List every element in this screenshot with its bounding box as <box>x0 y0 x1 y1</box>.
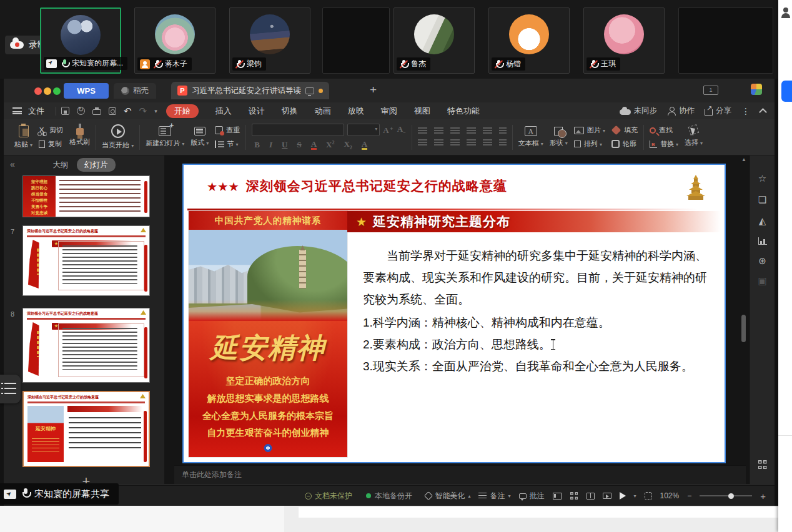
window-layout-icon[interactable]: 1 <box>703 86 718 95</box>
collapse-ribbon-icon[interactable] <box>759 108 767 116</box>
tab-special-features[interactable]: 特色功能 <box>447 106 480 117</box>
underline-button[interactable]: U <box>282 140 287 150</box>
sync-status[interactable]: 未同步 <box>620 106 658 116</box>
justify-icon[interactable] <box>467 139 476 147</box>
tab-outline[interactable]: 大纲 <box>52 160 68 170</box>
select-button[interactable]: 选择 ▾ <box>685 122 703 152</box>
chevron-down-icon[interactable]: ▾ <box>154 108 157 114</box>
zoom-out-button[interactable]: − <box>687 491 691 500</box>
tab-start-active[interactable]: 开始 <box>166 104 199 118</box>
print-icon[interactable] <box>92 109 101 115</box>
bold-button[interactable]: B <box>254 140 260 150</box>
save-icon[interactable] <box>61 107 69 115</box>
collaborate-button[interactable]: 协作 <box>667 106 695 116</box>
notes-toggle-button[interactable]: 备注▾ <box>478 491 510 501</box>
export-icon[interactable] <box>77 107 85 115</box>
normal-view-button[interactable] <box>553 493 562 500</box>
scroll-up-icon[interactable]: ▲ <box>741 157 746 162</box>
tab-review[interactable]: 审阅 <box>381 106 397 117</box>
notes-bar[interactable]: 单击此处添加备注 <box>174 465 746 484</box>
close-button[interactable] <box>34 87 42 95</box>
hamburger-icon[interactable] <box>12 107 22 114</box>
increase-indent-icon[interactable] <box>467 127 476 135</box>
zoom-slider[interactable] <box>700 495 752 496</box>
tab-design[interactable]: 设计 <box>249 106 265 117</box>
undo-icon[interactable]: ↶ <box>124 106 132 117</box>
font-color-button[interactable]: A <box>311 140 317 150</box>
text-direction-icon[interactable] <box>499 127 507 135</box>
local-backup-status[interactable]: 本地备份开 <box>366 491 412 501</box>
zoom-level[interactable]: 102% <box>660 491 680 500</box>
font-size-input[interactable] <box>347 124 380 136</box>
line-spacing-icon[interactable] <box>483 127 492 135</box>
tab-docer[interactable]: 稻壳 <box>114 83 156 99</box>
smart-beautify-button[interactable]: 智能美化▴ <box>425 491 470 501</box>
video-tile[interactable]: 王琪 <box>583 7 665 74</box>
share-button[interactable]: 分享 <box>705 106 731 116</box>
skin-theme-icon[interactable] <box>751 84 762 95</box>
arrange-button[interactable]: 排列 ▾ <box>574 139 605 149</box>
columns-icon[interactable] <box>499 139 507 147</box>
strikethrough-button[interactable]: S <box>297 140 301 150</box>
new-tab-button[interactable]: + <box>370 82 377 97</box>
highlight-button[interactable]: A <box>362 140 367 150</box>
picture-button[interactable]: 图片 ▾ <box>574 126 605 135</box>
slide-sorter-view-button[interactable] <box>570 492 578 500</box>
screen-share-banner[interactable]: 宋知寰的屏幕共享 <box>0 483 119 505</box>
align-right-icon[interactable] <box>450 139 460 147</box>
textbox-button[interactable]: A 文本框 ▾ <box>518 122 543 152</box>
play-options-icon[interactable]: ▾ <box>634 493 636 499</box>
video-tile-camera-off[interactable] <box>322 7 390 74</box>
yanan-spirit-poster[interactable]: 中国共产党人的精神谱系 延安精神 坚定正确的政治方向 解放思想实事求是的思想路线 <box>189 211 347 457</box>
slide-body-text[interactable]: 当前学界对于延安精神的研究多集中于延安精神的科学内涵、要素构成、现实关系和作风建… <box>363 245 716 377</box>
zoom-in-button[interactable]: + <box>760 491 766 501</box>
video-tile-camera-off[interactable] <box>678 7 773 74</box>
decrease-indent-icon[interactable] <box>450 127 460 135</box>
tab-document-active[interactable]: P 习近平总书记延安之行讲话导读 <box>171 82 329 99</box>
italic-button[interactable]: I <box>269 140 272 150</box>
comments-button[interactable]: 批注 <box>519 491 545 501</box>
redo-icon[interactable]: ↷ <box>139 106 147 117</box>
tab-transition[interactable]: 切换 <box>282 106 298 117</box>
slide-canvas[interactable]: ★★★深刻领会习近平总书记延安之行的战略意蕴 <box>182 164 726 463</box>
tab-insert[interactable]: 插入 <box>215 106 232 117</box>
fit-to-window-icon[interactable] <box>645 492 652 500</box>
play-button[interactable] <box>620 492 626 500</box>
align-left-icon[interactable] <box>418 139 427 147</box>
maximize-button[interactable] <box>53 87 61 95</box>
video-tile[interactable]: 杨锴 <box>488 7 570 74</box>
find-button[interactable]: 查找 <box>650 126 678 135</box>
tab-view[interactable]: 视图 <box>414 106 430 117</box>
tab-slideshow[interactable]: 放映 <box>348 106 364 117</box>
grid-view-icon[interactable] <box>758 460 767 469</box>
copy-button[interactable]: 复制 <box>39 139 63 149</box>
thumbnail-slide-6[interactable]: 坚守理想 践行初心 担当使命 不怕牺牲 英勇斗争 对党忠诚 不负人民 <box>22 175 150 217</box>
paste-button[interactable]: 粘贴 ▾ <box>14 122 32 152</box>
reading-view-button[interactable] <box>587 493 595 500</box>
meeting-toolbar-handle[interactable] <box>0 375 21 403</box>
resources-icon[interactable]: ◭ <box>759 215 766 227</box>
tab-animation[interactable]: 动画 <box>315 106 331 117</box>
tab-slides-active[interactable]: 幻灯片 <box>77 158 116 172</box>
collapse-panel-button[interactable]: « <box>10 159 15 169</box>
layout-button[interactable]: 版式 ▾ <box>191 122 209 152</box>
check-duplicate-button[interactable]: 查重 <box>215 126 240 135</box>
cut-button[interactable]: 剪切 <box>39 126 63 135</box>
align-center-icon[interactable] <box>434 139 443 147</box>
video-tile[interactable]: 蒋木子 <box>134 7 215 74</box>
bullet-list-icon[interactable] <box>418 127 427 135</box>
new-slide-button[interactable]: 新建幻灯片 ▾ <box>146 122 184 152</box>
copy-design-icon[interactable]: ❏ <box>758 194 766 205</box>
format-painter-button[interactable]: 格式刷 <box>69 122 90 152</box>
video-tile[interactable]: 鲁杰 <box>394 7 475 74</box>
wps-home-button[interactable]: WPS <box>64 83 109 99</box>
superscript-button[interactable]: X2 <box>326 140 334 150</box>
replace-button[interactable]: B 替换 ▾ <box>650 139 678 149</box>
participants-icon[interactable] <box>781 7 791 19</box>
download-center-icon[interactable]: ⊛ <box>758 255 766 267</box>
minimize-button[interactable] <box>44 87 51 95</box>
numbered-list-icon[interactable] <box>434 127 443 135</box>
video-tile-sharer[interactable]: 宋知寰的屏幕... <box>40 7 121 74</box>
play-from-current-button[interactable]: 当页开始 ▾ <box>102 122 134 152</box>
favorites-icon[interactable]: ☆ <box>758 173 766 184</box>
